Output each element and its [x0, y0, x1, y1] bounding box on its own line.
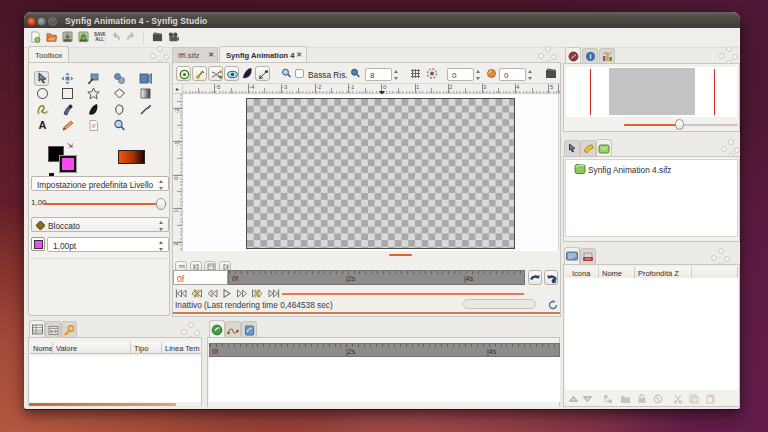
svg-text:i: i: [589, 53, 591, 60]
